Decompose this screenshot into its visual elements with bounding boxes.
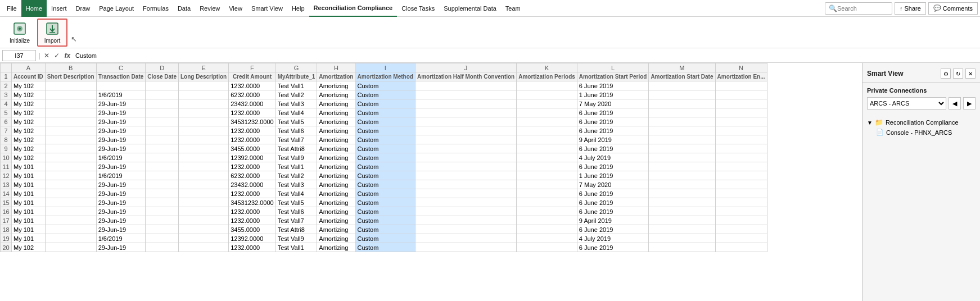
cell-account-id[interactable]: My 102	[12, 135, 46, 144]
cell-credit-amount[interactable]: 12392.0000	[229, 234, 276, 243]
cell-amort-half-month[interactable]	[415, 189, 516, 198]
cell-amort-method[interactable]: Custom	[355, 207, 415, 216]
cell-amort-end[interactable]	[715, 153, 767, 162]
cell-transaction-date[interactable]: 29-Jun-19	[96, 108, 146, 117]
cell-transaction-date[interactable]: 29-Jun-19	[96, 117, 146, 126]
cell-amort-periods[interactable]	[517, 108, 577, 117]
menu-close-tasks[interactable]: Close Tasks	[397, 0, 439, 17]
col-header-i[interactable]: I	[355, 63, 415, 72]
sv-tree-root[interactable]: ▼ 📁 Reconciliation Compliance	[867, 117, 976, 127]
cell-amort-end[interactable]	[715, 90, 767, 99]
cell-amort-method[interactable]: Custom	[355, 180, 415, 189]
cell-amortization[interactable]: Amortizing	[317, 198, 355, 207]
cell-short-desc[interactable]	[45, 198, 96, 207]
cell-amortization[interactable]: Amortizing	[317, 117, 355, 126]
cell-amortization[interactable]: Amortizing	[317, 144, 355, 153]
cell-amort-start-period[interactable]: 6 June 2019	[577, 162, 649, 171]
comments-button[interactable]: 💬 Comments	[928, 2, 978, 15]
cell-amort-method[interactable]: Custom	[355, 162, 415, 171]
cell-amort-half-month[interactable]	[415, 171, 516, 180]
cell-transaction-date[interactable]: 29-Jun-19	[96, 162, 146, 171]
cell-long-desc[interactable]	[178, 144, 228, 153]
col-header-j[interactable]: J	[415, 63, 516, 72]
sv-close-button[interactable]: ✕	[965, 69, 976, 79]
cell-account-id[interactable]: My 101	[12, 162, 46, 171]
cell-amort-periods[interactable]	[517, 99, 577, 108]
cell-credit-amount[interactable]: 1232.0000	[229, 216, 276, 225]
sv-nav-prev-button[interactable]: ◀	[949, 97, 961, 110]
cell-short-desc[interactable]	[45, 117, 96, 126]
name-box[interactable]: I37	[2, 50, 36, 61]
menu-smart-view[interactable]: Smart View	[247, 0, 287, 17]
cell-amort-start-date[interactable]	[649, 171, 715, 180]
menu-help[interactable]: Help	[287, 0, 309, 17]
cell-amort-half-month[interactable]	[415, 234, 516, 243]
cell-account-id[interactable]: My 101	[12, 171, 46, 180]
cell-myattribute[interactable]: Test Attri8	[276, 144, 317, 153]
cell-account-id[interactable]: My 102	[12, 144, 46, 153]
sv-nav-next-button[interactable]: ▶	[963, 97, 976, 110]
col-header-a[interactable]: A	[12, 63, 46, 72]
cell-amort-method[interactable]: Custom	[355, 90, 415, 99]
cell-amort-start-date[interactable]	[649, 144, 715, 153]
cell-amort-end[interactable]	[715, 225, 767, 234]
cell-close-date[interactable]	[146, 171, 179, 180]
col-header-c[interactable]: C	[96, 63, 146, 72]
cell-transaction-date[interactable]: 29-Jun-19	[96, 243, 146, 252]
cell-close-date[interactable]	[146, 162, 179, 171]
cell-amort-periods[interactable]	[517, 207, 577, 216]
cell-long-desc[interactable]	[178, 135, 228, 144]
cell-account-id[interactable]: My 102	[12, 153, 46, 162]
cell-long-desc[interactable]	[178, 180, 228, 189]
cell-amort-start-period[interactable]: 6 June 2019	[577, 117, 649, 126]
cell-amort-end[interactable]	[715, 198, 767, 207]
cell-amort-half-month[interactable]	[415, 99, 516, 108]
cell-amort-method[interactable]: Custom	[355, 171, 415, 180]
cell-amort-end[interactable]	[715, 207, 767, 216]
cell-amort-method[interactable]: Custom	[355, 126, 415, 135]
col-header-e[interactable]: E	[178, 63, 228, 72]
cell-amort-periods[interactable]	[517, 117, 577, 126]
import-button[interactable]: Import	[37, 19, 67, 47]
cell-amort-half-month[interactable]	[415, 144, 516, 153]
cell-amort-half-month[interactable]	[415, 117, 516, 126]
cell-amort-end[interactable]	[715, 234, 767, 243]
cell-credit-amount[interactable]: 1232.0000	[229, 126, 276, 135]
cell-amort-start-date[interactable]	[649, 90, 715, 99]
cell-short-desc[interactable]	[45, 180, 96, 189]
cell-amort-end[interactable]	[715, 216, 767, 225]
cell-long-desc[interactable]	[178, 153, 228, 162]
col-header-b[interactable]: B	[45, 63, 96, 72]
col-header-h[interactable]: H	[317, 63, 355, 72]
cell-amortization[interactable]: Amortizing	[317, 207, 355, 216]
cell-short-desc[interactable]	[45, 162, 96, 171]
cell-amort-start-period[interactable]: 6 June 2019	[577, 144, 649, 153]
cell-credit-amount[interactable]: 1232.0000	[229, 207, 276, 216]
menu-insert[interactable]: Insert	[47, 0, 71, 17]
cell-amort-periods[interactable]	[517, 162, 577, 171]
formula-input[interactable]	[73, 50, 978, 61]
cell-long-desc[interactable]	[178, 198, 228, 207]
cell-amort-periods[interactable]	[517, 234, 577, 243]
cell-short-desc[interactable]	[45, 225, 96, 234]
cell-myattribute[interactable]: Test Vall7	[276, 135, 317, 144]
cell-amort-half-month[interactable]	[415, 207, 516, 216]
cell-amort-start-period[interactable]: 6 June 2019	[577, 189, 649, 198]
cell-transaction-date[interactable]: 29-Jun-19	[96, 126, 146, 135]
sv-connection-select[interactable]: ARCS - ARCS	[867, 97, 946, 110]
cell-amort-start-date[interactable]	[649, 198, 715, 207]
cell-myattribute[interactable]: Test Vall2	[276, 90, 317, 99]
cell-long-desc[interactable]	[178, 162, 228, 171]
cell-amort-half-month[interactable]	[415, 90, 516, 99]
cell-amort-start-period[interactable]: 1 June 2019	[577, 171, 649, 180]
cell-close-date[interactable]	[146, 153, 179, 162]
cell-close-date[interactable]	[146, 99, 179, 108]
cell-amort-end[interactable]	[715, 171, 767, 180]
cell-account-id[interactable]: My 102	[12, 81, 46, 90]
cell-amort-end[interactable]	[715, 99, 767, 108]
cell-amortization[interactable]: Amortizing	[317, 216, 355, 225]
cell-long-desc[interactable]	[178, 243, 228, 252]
cell-short-desc[interactable]	[45, 207, 96, 216]
sv-tree-child[interactable]: 📄 Console - PHNX_ARCS	[876, 127, 976, 137]
cell-transaction-date[interactable]: 29-Jun-19	[96, 216, 146, 225]
